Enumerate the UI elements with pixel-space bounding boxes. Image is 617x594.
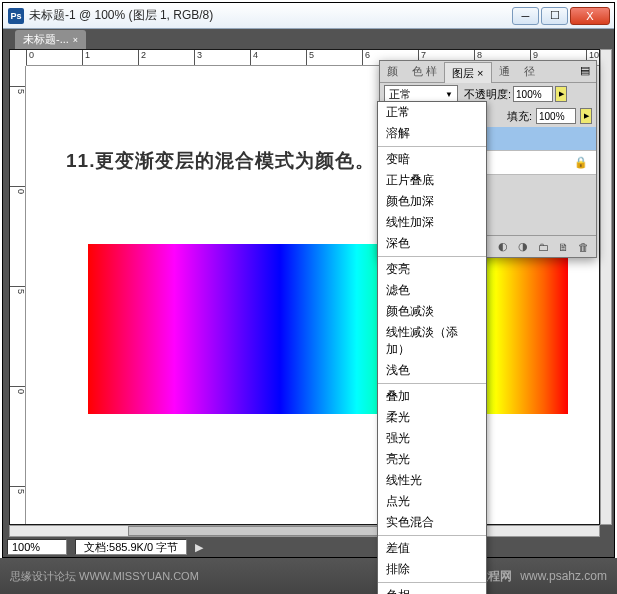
ruler-tick: 6 (362, 50, 370, 66)
ruler-tick: 3 (194, 50, 202, 66)
chevron-down-icon: ▼ (445, 90, 453, 99)
blend-option[interactable]: 滤色 (378, 280, 486, 301)
delete-icon[interactable]: 🗑 (576, 240, 590, 254)
blend-option[interactable]: 排除 (378, 559, 486, 580)
horizontal-scrollbar[interactable] (9, 525, 600, 537)
lock-icon: 🔒 (574, 156, 588, 169)
watermark-footer: 思缘设计论坛 WWW.MISSYUAN.COM PS爱好者教程网 www.psa… (0, 558, 617, 594)
close-button[interactable]: X (570, 7, 610, 25)
blend-option[interactable]: 线性加深 (378, 212, 486, 233)
ruler-tick: 5 (10, 486, 26, 524)
fill-field[interactable]: 100% (536, 108, 576, 124)
titlebar: Ps 未标题-1 @ 100% (图层 1, RGB/8) ─ ☐ X (3, 3, 614, 29)
ruler-tick: 4 (250, 50, 258, 66)
blend-option[interactable]: 溶解 (378, 123, 486, 144)
ruler-tick: 5 (10, 86, 26, 136)
ruler-tick: 1 (82, 50, 90, 66)
vertical-scrollbar[interactable] (600, 49, 612, 525)
maximize-button[interactable]: ☐ (541, 7, 568, 25)
blend-option[interactable]: 强光 (378, 428, 486, 449)
blend-option[interactable]: 叠加 (378, 386, 486, 407)
ruler-vertical: 5 0 5 0 5 (10, 66, 26, 524)
blend-option[interactable]: 颜色减淡 (378, 301, 486, 322)
window-controls: ─ ☐ X (512, 7, 610, 25)
ruler-tick: 5 (10, 286, 26, 336)
blend-option[interactable]: 柔光 (378, 407, 486, 428)
blend-option[interactable]: 差值 (378, 538, 486, 559)
status-bar: 100% 文档:585.9K/0 字节 ▶ (3, 537, 614, 557)
blend-option[interactable]: 正常 (378, 102, 486, 123)
blend-option[interactable]: 线性减淡（添加） (378, 322, 486, 360)
close-icon[interactable]: × (73, 35, 78, 45)
instruction-text: 11.更变渐变层的混合模式为颜色。 (66, 148, 375, 174)
panel-menu-icon[interactable]: ▤ (574, 61, 596, 82)
new-layer-icon[interactable]: 🗎 (556, 240, 570, 254)
blend-option[interactable]: 线性光 (378, 470, 486, 491)
blend-option[interactable]: 颜色加深 (378, 191, 486, 212)
opacity-label: 不透明度: (464, 87, 511, 102)
separator (378, 383, 486, 384)
tab-channels[interactable]: 通 (492, 61, 517, 82)
tab-layers[interactable]: 图层 × (444, 62, 491, 83)
opacity-field[interactable]: 100% (513, 86, 553, 102)
ruler-tick: 5 (306, 50, 314, 66)
document-tab-bar: 未标题-... × (3, 29, 614, 49)
blend-option[interactable]: 深色 (378, 233, 486, 254)
ruler-tick: 2 (138, 50, 146, 66)
separator (378, 256, 486, 257)
tab-paths[interactable]: 径 (517, 61, 542, 82)
doc-info: 文档:585.9K/0 字节 (75, 539, 187, 555)
blend-option[interactable]: 变亮 (378, 259, 486, 280)
separator (378, 582, 486, 583)
group-icon[interactable]: 🗀 (536, 240, 550, 254)
blend-option[interactable]: 变暗 (378, 149, 486, 170)
app-icon: Ps (8, 8, 24, 24)
tab-color[interactable]: 颜 (380, 61, 405, 82)
separator (378, 146, 486, 147)
chevron-right-icon[interactable]: ▶ (195, 541, 203, 554)
separator (378, 535, 486, 536)
footer-url: www.psahz.com (520, 569, 607, 583)
fill-label: 填充: (507, 109, 532, 124)
document-tab[interactable]: 未标题-... × (15, 30, 86, 49)
document-tab-label: 未标题-... (23, 32, 69, 47)
tab-swatches[interactable]: 色 样 (405, 61, 444, 82)
window-title: 未标题-1 @ 100% (图层 1, RGB/8) (29, 7, 512, 24)
ruler-tick: 0 (10, 186, 26, 236)
gradient-rectangle (88, 244, 568, 414)
panel-tab-bar: 颜 色 样 图层 × 通 径 ▤ (380, 61, 596, 83)
blend-option[interactable]: 实色混合 (378, 512, 486, 533)
blend-option[interactable]: 正片叠底 (378, 170, 486, 191)
zoom-field[interactable]: 100% (7, 539, 67, 555)
blend-option[interactable]: 色相 (378, 585, 486, 594)
adjustment-icon[interactable]: ◑ (516, 240, 530, 254)
blend-mode-dropdown[interactable]: 正常 溶解 变暗 正片叠底 颜色加深 线性加深 深色 变亮 滤色 颜色减淡 线性… (377, 101, 487, 594)
blend-option[interactable]: 浅色 (378, 360, 486, 381)
footer-left: 思缘设计论坛 WWW.MISSYUAN.COM (10, 569, 199, 584)
layer-mask-icon[interactable]: ◐ (496, 240, 510, 254)
blend-option[interactable]: 点光 (378, 491, 486, 512)
opacity-arrow-icon[interactable]: ▶ (555, 86, 567, 102)
blend-option[interactable]: 亮光 (378, 449, 486, 470)
blend-mode-value: 正常 (389, 87, 411, 102)
ruler-tick: 0 (10, 386, 26, 436)
fill-arrow-icon[interactable]: ▶ (580, 108, 592, 124)
ruler-tick: 0 (26, 50, 34, 66)
minimize-button[interactable]: ─ (512, 7, 539, 25)
